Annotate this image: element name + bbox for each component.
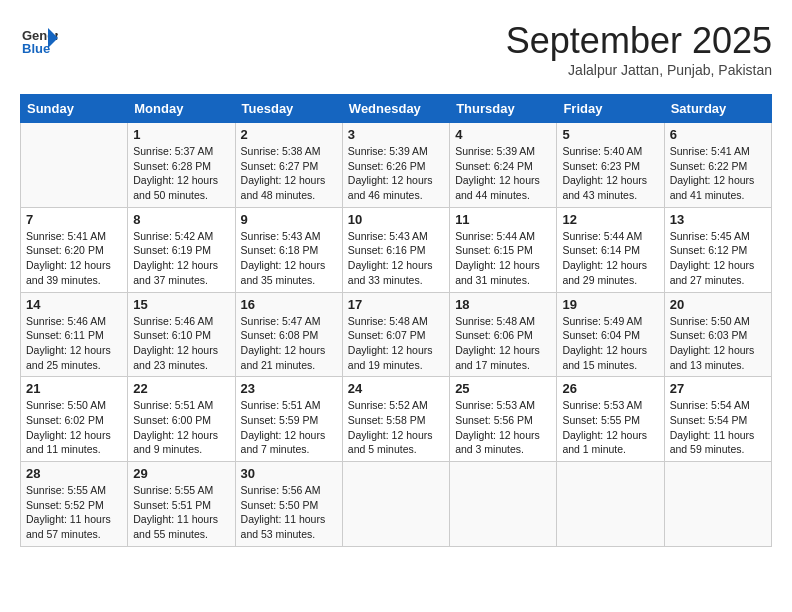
day-number: 30 bbox=[241, 466, 337, 481]
calendar-cell: 20Sunrise: 5:50 AM Sunset: 6:03 PM Dayli… bbox=[664, 292, 771, 377]
day-info: Sunrise: 5:45 AM Sunset: 6:12 PM Dayligh… bbox=[670, 229, 766, 288]
day-number: 12 bbox=[562, 212, 658, 227]
calendar-week-4: 21Sunrise: 5:50 AM Sunset: 6:02 PM Dayli… bbox=[21, 377, 772, 462]
calendar-cell: 3Sunrise: 5:39 AM Sunset: 6:26 PM Daylig… bbox=[342, 123, 449, 208]
day-number: 16 bbox=[241, 297, 337, 312]
day-info: Sunrise: 5:51 AM Sunset: 6:00 PM Dayligh… bbox=[133, 398, 229, 457]
day-number: 28 bbox=[26, 466, 122, 481]
day-info: Sunrise: 5:50 AM Sunset: 6:02 PM Dayligh… bbox=[26, 398, 122, 457]
calendar-week-2: 7Sunrise: 5:41 AM Sunset: 6:20 PM Daylig… bbox=[21, 207, 772, 292]
day-info: Sunrise: 5:50 AM Sunset: 6:03 PM Dayligh… bbox=[670, 314, 766, 373]
calendar-cell: 26Sunrise: 5:53 AM Sunset: 5:55 PM Dayli… bbox=[557, 377, 664, 462]
day-number: 24 bbox=[348, 381, 444, 396]
day-number: 19 bbox=[562, 297, 658, 312]
day-info: Sunrise: 5:41 AM Sunset: 6:22 PM Dayligh… bbox=[670, 144, 766, 203]
header-day-tuesday: Tuesday bbox=[235, 95, 342, 123]
day-info: Sunrise: 5:53 AM Sunset: 5:56 PM Dayligh… bbox=[455, 398, 551, 457]
calendar-cell: 13Sunrise: 5:45 AM Sunset: 6:12 PM Dayli… bbox=[664, 207, 771, 292]
calendar-cell: 2Sunrise: 5:38 AM Sunset: 6:27 PM Daylig… bbox=[235, 123, 342, 208]
days-header-row: SundayMondayTuesdayWednesdayThursdayFrid… bbox=[21, 95, 772, 123]
day-info: Sunrise: 5:55 AM Sunset: 5:52 PM Dayligh… bbox=[26, 483, 122, 542]
calendar-cell: 4Sunrise: 5:39 AM Sunset: 6:24 PM Daylig… bbox=[450, 123, 557, 208]
day-info: Sunrise: 5:47 AM Sunset: 6:08 PM Dayligh… bbox=[241, 314, 337, 373]
day-number: 4 bbox=[455, 127, 551, 142]
day-info: Sunrise: 5:54 AM Sunset: 5:54 PM Dayligh… bbox=[670, 398, 766, 457]
day-info: Sunrise: 5:44 AM Sunset: 6:15 PM Dayligh… bbox=[455, 229, 551, 288]
calendar-cell: 14Sunrise: 5:46 AM Sunset: 6:11 PM Dayli… bbox=[21, 292, 128, 377]
day-number: 7 bbox=[26, 212, 122, 227]
day-info: Sunrise: 5:39 AM Sunset: 6:24 PM Dayligh… bbox=[455, 144, 551, 203]
day-number: 23 bbox=[241, 381, 337, 396]
header-day-monday: Monday bbox=[128, 95, 235, 123]
calendar-table: SundayMondayTuesdayWednesdayThursdayFrid… bbox=[20, 94, 772, 547]
subtitle: Jalalpur Jattan, Punjab, Pakistan bbox=[506, 62, 772, 78]
calendar-cell: 9Sunrise: 5:43 AM Sunset: 6:18 PM Daylig… bbox=[235, 207, 342, 292]
day-number: 15 bbox=[133, 297, 229, 312]
calendar-cell: 28Sunrise: 5:55 AM Sunset: 5:52 PM Dayli… bbox=[21, 462, 128, 547]
day-info: Sunrise: 5:39 AM Sunset: 6:26 PM Dayligh… bbox=[348, 144, 444, 203]
month-title: September 2025 bbox=[506, 20, 772, 62]
calendar-week-5: 28Sunrise: 5:55 AM Sunset: 5:52 PM Dayli… bbox=[21, 462, 772, 547]
day-info: Sunrise: 5:48 AM Sunset: 6:06 PM Dayligh… bbox=[455, 314, 551, 373]
day-info: Sunrise: 5:46 AM Sunset: 6:11 PM Dayligh… bbox=[26, 314, 122, 373]
logo-icon: General Blue bbox=[20, 20, 58, 58]
calendar-cell: 7Sunrise: 5:41 AM Sunset: 6:20 PM Daylig… bbox=[21, 207, 128, 292]
day-info: Sunrise: 5:46 AM Sunset: 6:10 PM Dayligh… bbox=[133, 314, 229, 373]
calendar-cell: 1Sunrise: 5:37 AM Sunset: 6:28 PM Daylig… bbox=[128, 123, 235, 208]
day-info: Sunrise: 5:44 AM Sunset: 6:14 PM Dayligh… bbox=[562, 229, 658, 288]
calendar-cell bbox=[450, 462, 557, 547]
calendar-cell: 11Sunrise: 5:44 AM Sunset: 6:15 PM Dayli… bbox=[450, 207, 557, 292]
calendar-cell bbox=[664, 462, 771, 547]
header-day-friday: Friday bbox=[557, 95, 664, 123]
header-day-saturday: Saturday bbox=[664, 95, 771, 123]
calendar-cell: 12Sunrise: 5:44 AM Sunset: 6:14 PM Dayli… bbox=[557, 207, 664, 292]
calendar-cell bbox=[342, 462, 449, 547]
calendar-cell: 6Sunrise: 5:41 AM Sunset: 6:22 PM Daylig… bbox=[664, 123, 771, 208]
calendar-cell: 5Sunrise: 5:40 AM Sunset: 6:23 PM Daylig… bbox=[557, 123, 664, 208]
calendar-cell: 16Sunrise: 5:47 AM Sunset: 6:08 PM Dayli… bbox=[235, 292, 342, 377]
calendar-week-3: 14Sunrise: 5:46 AM Sunset: 6:11 PM Dayli… bbox=[21, 292, 772, 377]
title-area: September 2025 Jalalpur Jattan, Punjab, … bbox=[506, 20, 772, 78]
day-info: Sunrise: 5:52 AM Sunset: 5:58 PM Dayligh… bbox=[348, 398, 444, 457]
day-info: Sunrise: 5:40 AM Sunset: 6:23 PM Dayligh… bbox=[562, 144, 658, 203]
header: General Blue September 2025 Jalalpur Jat… bbox=[20, 20, 772, 78]
day-number: 2 bbox=[241, 127, 337, 142]
day-info: Sunrise: 5:41 AM Sunset: 6:20 PM Dayligh… bbox=[26, 229, 122, 288]
day-number: 17 bbox=[348, 297, 444, 312]
svg-text:Blue: Blue bbox=[22, 41, 50, 56]
day-info: Sunrise: 5:48 AM Sunset: 6:07 PM Dayligh… bbox=[348, 314, 444, 373]
calendar-cell: 24Sunrise: 5:52 AM Sunset: 5:58 PM Dayli… bbox=[342, 377, 449, 462]
logo: General Blue bbox=[20, 20, 58, 58]
calendar-cell: 15Sunrise: 5:46 AM Sunset: 6:10 PM Dayli… bbox=[128, 292, 235, 377]
day-number: 10 bbox=[348, 212, 444, 227]
day-number: 27 bbox=[670, 381, 766, 396]
day-info: Sunrise: 5:56 AM Sunset: 5:50 PM Dayligh… bbox=[241, 483, 337, 542]
day-number: 22 bbox=[133, 381, 229, 396]
day-info: Sunrise: 5:38 AM Sunset: 6:27 PM Dayligh… bbox=[241, 144, 337, 203]
day-number: 29 bbox=[133, 466, 229, 481]
calendar-cell: 8Sunrise: 5:42 AM Sunset: 6:19 PM Daylig… bbox=[128, 207, 235, 292]
day-number: 9 bbox=[241, 212, 337, 227]
calendar-week-1: 1Sunrise: 5:37 AM Sunset: 6:28 PM Daylig… bbox=[21, 123, 772, 208]
day-number: 8 bbox=[133, 212, 229, 227]
day-info: Sunrise: 5:51 AM Sunset: 5:59 PM Dayligh… bbox=[241, 398, 337, 457]
calendar-cell: 23Sunrise: 5:51 AM Sunset: 5:59 PM Dayli… bbox=[235, 377, 342, 462]
day-info: Sunrise: 5:55 AM Sunset: 5:51 PM Dayligh… bbox=[133, 483, 229, 542]
calendar-cell: 10Sunrise: 5:43 AM Sunset: 6:16 PM Dayli… bbox=[342, 207, 449, 292]
day-number: 20 bbox=[670, 297, 766, 312]
header-day-sunday: Sunday bbox=[21, 95, 128, 123]
day-number: 1 bbox=[133, 127, 229, 142]
day-info: Sunrise: 5:43 AM Sunset: 6:18 PM Dayligh… bbox=[241, 229, 337, 288]
calendar-cell: 17Sunrise: 5:48 AM Sunset: 6:07 PM Dayli… bbox=[342, 292, 449, 377]
header-day-wednesday: Wednesday bbox=[342, 95, 449, 123]
day-info: Sunrise: 5:43 AM Sunset: 6:16 PM Dayligh… bbox=[348, 229, 444, 288]
header-day-thursday: Thursday bbox=[450, 95, 557, 123]
day-info: Sunrise: 5:42 AM Sunset: 6:19 PM Dayligh… bbox=[133, 229, 229, 288]
day-number: 21 bbox=[26, 381, 122, 396]
calendar-cell: 29Sunrise: 5:55 AM Sunset: 5:51 PM Dayli… bbox=[128, 462, 235, 547]
day-info: Sunrise: 5:37 AM Sunset: 6:28 PM Dayligh… bbox=[133, 144, 229, 203]
day-number: 18 bbox=[455, 297, 551, 312]
calendar-cell: 21Sunrise: 5:50 AM Sunset: 6:02 PM Dayli… bbox=[21, 377, 128, 462]
calendar-cell: 27Sunrise: 5:54 AM Sunset: 5:54 PM Dayli… bbox=[664, 377, 771, 462]
day-number: 11 bbox=[455, 212, 551, 227]
